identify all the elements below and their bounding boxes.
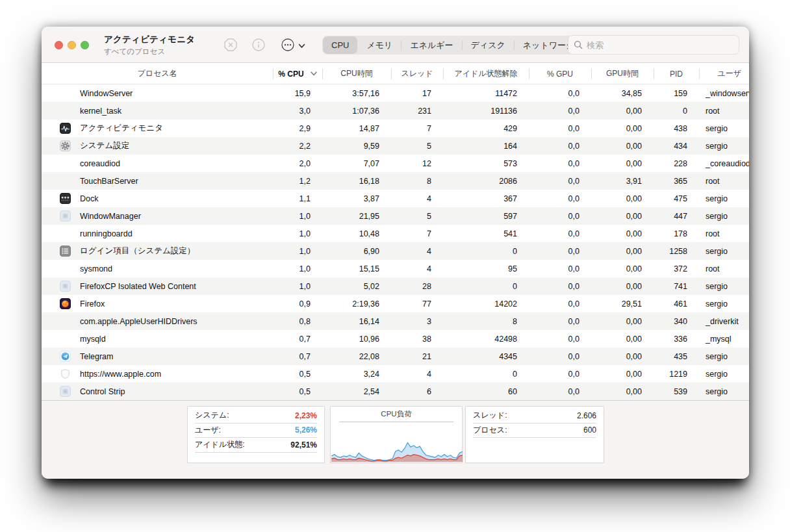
- table-header: プロセス名% CPUCPU時間スレッドアイドル状態解除% GPUGPU時間PID…: [42, 63, 749, 84]
- more-options-button[interactable]: [279, 38, 307, 53]
- cell-cpu-percent: 0,7: [273, 335, 322, 344]
- cell-user: sergio: [699, 194, 749, 203]
- tab-disk[interactable]: ディスク: [463, 36, 514, 54]
- cell-threads: 7: [391, 229, 443, 238]
- column-header-idle-wake-ups[interactable]: アイドル状態解除: [443, 63, 529, 84]
- search-field[interactable]: [568, 35, 739, 55]
- cell-pid: 340: [654, 317, 699, 326]
- table-row[interactable]: https://www.apple.com0,53,24400,00,00121…: [42, 365, 749, 383]
- toolbar: アクティビティモニタ すべてのプロセス: [42, 27, 749, 63]
- cell-process-name: kernel_task: [42, 105, 273, 116]
- table-row[interactable]: WindowManager1,021,9555970,00,00447sergi…: [42, 207, 749, 225]
- column-header-pid[interactable]: PID: [654, 63, 699, 84]
- cell-user: _coreaudiod: [699, 159, 749, 168]
- window-title: アクティビティモニタ: [104, 34, 195, 45]
- user-cpu-label: ユーザ:: [195, 425, 221, 436]
- x-octagon-icon: [223, 38, 238, 54]
- cell-gpu-time: 29,51: [591, 299, 654, 309]
- process-name-label: Telegram: [80, 352, 113, 361]
- cell-pid: 336: [654, 335, 699, 344]
- cell-pid: 438: [654, 124, 699, 133]
- cell-cpu-percent: 0,5: [273, 387, 322, 396]
- process-name-label: システム設定: [80, 140, 129, 151]
- cell-cpu-time: 3:57,16: [322, 89, 391, 98]
- table-row[interactable]: com.apple.AppleUserHIDDrivers0,816,14380…: [42, 312, 749, 330]
- column-header-user[interactable]: ユーザ: [699, 63, 749, 84]
- inspect-process-button[interactable]: [251, 38, 266, 53]
- title-block: アクティビティモニタ すべてのプロセス: [104, 34, 195, 57]
- column-header-cpu-time[interactable]: CPU時間: [322, 63, 391, 84]
- cell-cpu-time: 9,59: [322, 142, 391, 151]
- cell-gpu-time: 0,00: [591, 352, 654, 361]
- cell-process-name: Firefox: [42, 298, 273, 309]
- cell-cpu-time: 10,48: [322, 229, 391, 238]
- cell-idle-wake-ups: 2086: [443, 177, 529, 186]
- cell-gpu-time: 0,00: [591, 107, 654, 116]
- process-name-label: WindowManager: [80, 212, 141, 221]
- cell-user: sergio: [699, 142, 749, 151]
- process-name-label: TouchBarServer: [80, 177, 138, 186]
- zoom-window-button[interactable]: [81, 41, 89, 49]
- cell-cpu-percent: 1,2: [273, 177, 322, 186]
- table-row[interactable]: ログイン項目（システム設定）1,06,90400,00,001258sergio: [42, 242, 749, 260]
- cell-cpu-time: 14,87: [322, 124, 391, 133]
- table-row[interactable]: Control Strip0,52,546600,00,00539sergio: [42, 383, 749, 400]
- close-window-button[interactable]: [55, 41, 63, 49]
- threads-value: 2.606: [577, 411, 596, 420]
- sort-chevron-down-icon: [311, 71, 317, 76]
- table-row[interactable]: TouchBarServer1,216,18820860,03,91365roo…: [42, 172, 749, 190]
- table-row[interactable]: アクティビティモニタ2,914,8774290,00,00438sergio: [42, 120, 749, 137]
- cell-gpu-time: 0,00: [591, 317, 654, 326]
- cell-threads: 21: [391, 352, 443, 361]
- cpu-load-chart: [331, 425, 463, 462]
- table-row[interactable]: システム設定2,29,5951640,00,00434sergio: [42, 137, 749, 155]
- cell-user: _windowserver: [699, 89, 749, 98]
- quit-process-button[interactable]: [223, 38, 238, 53]
- minimize-window-button[interactable]: [68, 41, 76, 49]
- table-row[interactable]: kernel_task3,01:07,362311911360,00,000ro…: [42, 102, 749, 120]
- tab-cpu[interactable]: CPU: [323, 36, 357, 54]
- table-row[interactable]: mysqld0,710,9638424980,00,00336_mysql: [42, 330, 749, 348]
- table-row[interactable]: sysmond1,015,154950,00,00372root: [42, 260, 749, 277]
- cell-cpu-percent: 0,5: [273, 370, 322, 379]
- cell-cpu-time: 5,02: [322, 282, 391, 291]
- cell-idle-wake-ups: 0: [443, 247, 529, 256]
- cell-gpu-percent: 0,0: [529, 352, 591, 361]
- cell-threads: 231: [391, 107, 443, 116]
- no-icon: [60, 105, 71, 116]
- cell-gpu-percent: 0,0: [529, 107, 591, 116]
- table-row[interactable]: FirefoxCP Isolated Web Content1,05,02280…: [42, 277, 749, 295]
- cell-gpu-percent: 0,0: [529, 317, 591, 326]
- cell-idle-wake-ups: 60: [443, 387, 529, 396]
- column-header-gpu-percent[interactable]: % GPU: [529, 63, 591, 84]
- column-header-label: % CPU: [278, 70, 303, 79]
- cell-user: root: [699, 229, 749, 238]
- search-input[interactable]: [587, 40, 733, 50]
- cell-gpu-time: 0,00: [591, 142, 654, 151]
- cell-cpu-time: 2:19,36: [322, 299, 391, 309]
- column-header-cpu-percent[interactable]: % CPU: [273, 63, 322, 84]
- table-row[interactable]: Firefox0,92:19,3677142020,029,51461sergi…: [42, 295, 749, 312]
- user-cpu-row: ユーザ: 5,26%: [195, 424, 317, 438]
- column-header-process-name[interactable]: プロセス名: [42, 63, 273, 84]
- faint-app-icon: [60, 210, 71, 222]
- threads-processes-box: スレッド: 2.606 プロセス: 600: [465, 406, 604, 463]
- cell-user: root: [699, 177, 749, 186]
- tab-energy[interactable]: エネルギー: [401, 36, 461, 54]
- process-name-label: Control Strip: [80, 387, 125, 396]
- table-row[interactable]: runningboardd1,010,4875410,00,00178root: [42, 225, 749, 242]
- chevron-down-icon: [298, 41, 305, 51]
- footer-panel: システム: 2,23% ユーザ: 5,26% アイドル状態: 92,51% CP…: [42, 400, 749, 479]
- cell-idle-wake-ups: 11472: [443, 89, 529, 98]
- cell-pid: 228: [654, 159, 699, 168]
- table-row[interactable]: Telegram0,722,082143450,00,00435sergio: [42, 348, 749, 365]
- column-header-gpu-time[interactable]: GPU時間: [591, 63, 654, 84]
- table-row[interactable]: Dock1,13,8743670,00,00475sergio: [42, 190, 749, 207]
- table-row[interactable]: WindowServer15,93:57,1617114720,034,8515…: [42, 84, 749, 102]
- table-row[interactable]: coreaudiod2,07,07125730,00,00228_coreaud…: [42, 155, 749, 172]
- cell-gpu-percent: 0,0: [529, 370, 591, 379]
- column-header-threads[interactable]: スレッド: [391, 63, 443, 84]
- tab-memory[interactable]: メモリ: [358, 36, 401, 54]
- cell-pid: 461: [654, 299, 699, 309]
- cell-gpu-percent: 0,0: [529, 124, 591, 133]
